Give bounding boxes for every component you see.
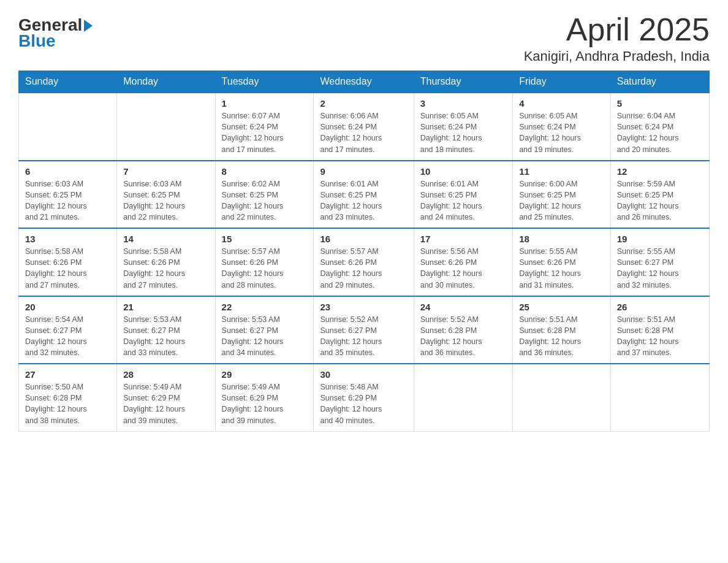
calendar-header-sunday: Sunday [19, 71, 117, 93]
calendar-cell: 17Sunrise: 5:56 AM Sunset: 6:26 PM Dayli… [414, 228, 512, 296]
day-number: 2 [320, 98, 407, 109]
day-number: 16 [320, 234, 407, 244]
day-number: 3 [420, 98, 506, 109]
logo-arrow-icon [84, 20, 93, 32]
day-number: 18 [519, 234, 604, 244]
calendar-week-1: 1Sunrise: 6:07 AM Sunset: 6:24 PM Daylig… [19, 93, 710, 161]
page-header: General Blue April 2025 Kanigiri, Andhra… [18, 12, 710, 64]
day-number: 20 [25, 302, 110, 312]
calendar-cell: 11Sunrise: 6:00 AM Sunset: 6:25 PM Dayli… [513, 161, 611, 229]
location-title: Kanigiri, Andhra Pradesh, India [524, 48, 710, 64]
day-info: Sunrise: 6:05 AM Sunset: 6:24 PM Dayligh… [519, 110, 604, 155]
day-number: 12 [617, 166, 703, 177]
day-info: Sunrise: 6:01 AM Sunset: 6:25 PM Dayligh… [420, 178, 506, 223]
day-number: 27 [25, 369, 110, 380]
day-info: Sunrise: 5:53 AM Sunset: 6:27 PM Dayligh… [222, 314, 308, 359]
day-number: 14 [123, 234, 208, 244]
day-info: Sunrise: 5:51 AM Sunset: 6:28 PM Dayligh… [519, 314, 604, 359]
calendar-cell: 13Sunrise: 5:58 AM Sunset: 6:26 PM Dayli… [19, 228, 117, 296]
day-number: 23 [320, 302, 407, 312]
calendar-header-friday: Friday [513, 71, 611, 93]
calendar-header-wednesday: Wednesday [314, 71, 414, 93]
logo: General Blue [18, 15, 93, 51]
calendar-cell [513, 364, 611, 431]
day-number: 30 [320, 369, 407, 380]
day-info: Sunrise: 5:49 AM Sunset: 6:29 PM Dayligh… [222, 381, 308, 426]
day-info: Sunrise: 6:01 AM Sunset: 6:25 PM Dayligh… [320, 178, 407, 223]
day-info: Sunrise: 5:57 AM Sunset: 6:26 PM Dayligh… [320, 246, 407, 291]
day-number: 24 [420, 302, 506, 312]
day-info: Sunrise: 5:58 AM Sunset: 6:26 PM Dayligh… [25, 246, 110, 291]
calendar-cell [414, 364, 512, 431]
calendar-cell: 15Sunrise: 5:57 AM Sunset: 6:26 PM Dayli… [215, 228, 314, 296]
day-info: Sunrise: 6:05 AM Sunset: 6:24 PM Dayligh… [420, 110, 506, 155]
day-number: 26 [617, 302, 703, 312]
day-info: Sunrise: 5:56 AM Sunset: 6:26 PM Dayligh… [420, 246, 506, 291]
calendar-header-monday: Monday [117, 71, 215, 93]
calendar-cell: 25Sunrise: 5:51 AM Sunset: 6:28 PM Dayli… [513, 296, 611, 364]
day-info: Sunrise: 5:55 AM Sunset: 6:27 PM Dayligh… [617, 246, 703, 291]
day-info: Sunrise: 5:54 AM Sunset: 6:27 PM Dayligh… [25, 314, 110, 359]
calendar-header-saturday: Saturday [610, 71, 709, 93]
calendar-cell: 2Sunrise: 6:06 AM Sunset: 6:24 PM Daylig… [314, 93, 414, 161]
day-number: 13 [25, 234, 110, 244]
calendar-week-4: 20Sunrise: 5:54 AM Sunset: 6:27 PM Dayli… [19, 296, 710, 364]
day-info: Sunrise: 5:58 AM Sunset: 6:26 PM Dayligh… [123, 246, 208, 291]
day-number: 15 [222, 234, 308, 244]
day-info: Sunrise: 5:55 AM Sunset: 6:26 PM Dayligh… [519, 246, 604, 291]
day-info: Sunrise: 5:52 AM Sunset: 6:27 PM Dayligh… [320, 314, 407, 359]
calendar-cell: 14Sunrise: 5:58 AM Sunset: 6:26 PM Dayli… [117, 228, 215, 296]
day-info: Sunrise: 6:02 AM Sunset: 6:25 PM Dayligh… [222, 178, 308, 223]
day-info: Sunrise: 5:53 AM Sunset: 6:27 PM Dayligh… [123, 314, 208, 359]
day-info: Sunrise: 5:59 AM Sunset: 6:25 PM Dayligh… [617, 178, 703, 223]
day-number: 8 [222, 166, 308, 177]
day-info: Sunrise: 6:00 AM Sunset: 6:25 PM Dayligh… [519, 178, 604, 223]
day-number: 9 [320, 166, 407, 177]
day-number: 1 [222, 98, 308, 109]
calendar-cell: 28Sunrise: 5:49 AM Sunset: 6:29 PM Dayli… [117, 364, 215, 431]
calendar-cell: 20Sunrise: 5:54 AM Sunset: 6:27 PM Dayli… [19, 296, 117, 364]
calendar-header-row: SundayMondayTuesdayWednesdayThursdayFrid… [19, 71, 710, 93]
calendar-cell: 9Sunrise: 6:01 AM Sunset: 6:25 PM Daylig… [314, 161, 414, 229]
calendar-cell: 23Sunrise: 5:52 AM Sunset: 6:27 PM Dayli… [314, 296, 414, 364]
calendar-cell: 10Sunrise: 6:01 AM Sunset: 6:25 PM Dayli… [414, 161, 512, 229]
calendar-cell: 16Sunrise: 5:57 AM Sunset: 6:26 PM Dayli… [314, 228, 414, 296]
calendar-cell: 24Sunrise: 5:52 AM Sunset: 6:28 PM Dayli… [414, 296, 512, 364]
calendar-cell: 5Sunrise: 6:04 AM Sunset: 6:24 PM Daylig… [610, 93, 709, 161]
calendar-cell: 29Sunrise: 5:49 AM Sunset: 6:29 PM Dayli… [215, 364, 314, 431]
day-number: 22 [222, 302, 308, 312]
day-number: 11 [519, 166, 604, 177]
calendar-cell: 18Sunrise: 5:55 AM Sunset: 6:26 PM Dayli… [513, 228, 611, 296]
day-number: 29 [222, 369, 308, 380]
day-info: Sunrise: 6:07 AM Sunset: 6:24 PM Dayligh… [222, 110, 308, 155]
calendar-cell: 8Sunrise: 6:02 AM Sunset: 6:25 PM Daylig… [215, 161, 314, 229]
calendar-cell: 22Sunrise: 5:53 AM Sunset: 6:27 PM Dayli… [215, 296, 314, 364]
calendar-cell: 26Sunrise: 5:51 AM Sunset: 6:28 PM Dayli… [610, 296, 709, 364]
calendar-cell [610, 364, 709, 431]
day-number: 21 [123, 302, 208, 312]
day-number: 25 [519, 302, 604, 312]
day-info: Sunrise: 6:03 AM Sunset: 6:25 PM Dayligh… [123, 178, 208, 223]
calendar-week-5: 27Sunrise: 5:50 AM Sunset: 6:28 PM Dayli… [19, 364, 710, 431]
calendar-cell: 19Sunrise: 5:55 AM Sunset: 6:27 PM Dayli… [610, 228, 709, 296]
day-number: 4 [519, 98, 604, 109]
calendar-cell [19, 93, 117, 161]
calendar-table: SundayMondayTuesdayWednesdayThursdayFrid… [18, 71, 710, 432]
calendar-header-tuesday: Tuesday [215, 71, 314, 93]
day-number: 6 [25, 166, 110, 177]
logo-blue-text: Blue [18, 31, 56, 51]
calendar-cell: 6Sunrise: 6:03 AM Sunset: 6:25 PM Daylig… [19, 161, 117, 229]
day-info: Sunrise: 5:51 AM Sunset: 6:28 PM Dayligh… [617, 314, 703, 359]
day-info: Sunrise: 5:50 AM Sunset: 6:28 PM Dayligh… [25, 381, 110, 426]
calendar-cell: 27Sunrise: 5:50 AM Sunset: 6:28 PM Dayli… [19, 364, 117, 431]
month-title: April 2025 [524, 12, 710, 47]
calendar-week-3: 13Sunrise: 5:58 AM Sunset: 6:26 PM Dayli… [19, 228, 710, 296]
day-info: Sunrise: 5:48 AM Sunset: 6:29 PM Dayligh… [320, 381, 407, 426]
calendar-cell: 21Sunrise: 5:53 AM Sunset: 6:27 PM Dayli… [117, 296, 215, 364]
day-number: 28 [123, 369, 208, 380]
calendar-cell: 30Sunrise: 5:48 AM Sunset: 6:29 PM Dayli… [314, 364, 414, 431]
title-section: April 2025 Kanigiri, Andhra Pradesh, Ind… [524, 12, 710, 64]
day-number: 7 [123, 166, 208, 177]
day-info: Sunrise: 6:06 AM Sunset: 6:24 PM Dayligh… [320, 110, 407, 155]
calendar-cell: 3Sunrise: 6:05 AM Sunset: 6:24 PM Daylig… [414, 93, 512, 161]
